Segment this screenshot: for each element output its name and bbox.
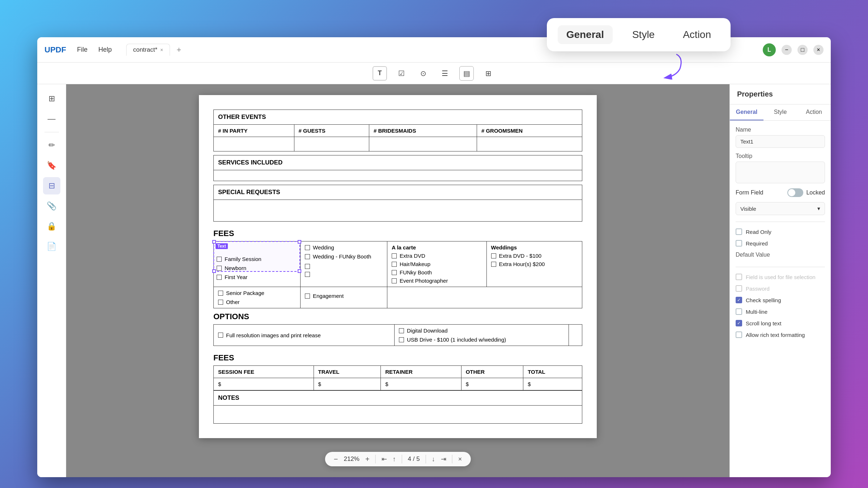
tab-close-btn[interactable]: × bbox=[160, 47, 163, 53]
scroll-long-label: Scroll long text bbox=[746, 320, 781, 326]
read-only-row: Read Only bbox=[736, 228, 825, 235]
checkbox-tool[interactable]: ☑ bbox=[394, 66, 409, 81]
text-field-tool[interactable]: T bbox=[373, 66, 387, 81]
zoom-out-btn[interactable]: − bbox=[334, 455, 338, 463]
document-area[interactable]: OTHER EVENTS # IN PARTY # GUESTS # BRIDE… bbox=[66, 84, 729, 477]
radio-tool[interactable]: ⊙ bbox=[416, 66, 430, 81]
option-empty bbox=[569, 325, 582, 346]
zoom-in-btn[interactable]: + bbox=[365, 455, 370, 463]
option-print[interactable]: Full resolution images and print release bbox=[214, 325, 395, 346]
option-digital[interactable]: Digital Download USB Drive - $100 (1 inc… bbox=[395, 325, 569, 346]
default-value-group: Default Value bbox=[736, 252, 825, 260]
left-sidebar: ⊞ — ✏ 🔖 ⊟ 📎 🔒 📄 ✒ bbox=[37, 84, 66, 477]
toolbar: T ☑ ⊙ ☰ ▤ ⊞ bbox=[37, 63, 831, 84]
right-panel: Properties General Style Action Name Too… bbox=[729, 84, 831, 477]
sidebar-annotate[interactable]: ✏ bbox=[43, 137, 60, 154]
notes-header: NOTES bbox=[214, 391, 582, 406]
allow-rich-label: Allow rich text formatting bbox=[746, 332, 805, 338]
text-field-badge: Text bbox=[216, 243, 228, 249]
form-field-row: Form Field Locked bbox=[736, 188, 825, 197]
menu-help[interactable]: Help bbox=[98, 46, 112, 53]
tab-contract[interactable]: contract* × bbox=[126, 44, 170, 56]
page-current: 4 / 5 bbox=[408, 455, 420, 463]
file-selection-checkbox[interactable] bbox=[736, 274, 742, 280]
tooltip-field-group: Tooltip bbox=[736, 153, 825, 183]
nav-first-btn[interactable]: ⇤ bbox=[382, 455, 387, 463]
scroll-long-row: ✓ Scroll long text bbox=[736, 320, 825, 326]
locked-toggle[interactable] bbox=[787, 188, 803, 197]
required-checkbox[interactable] bbox=[736, 240, 742, 247]
total-val[interactable]: $ bbox=[523, 378, 582, 390]
notes-val bbox=[214, 406, 582, 424]
scroll-long-checkbox[interactable]: ✓ bbox=[736, 320, 742, 326]
allow-rich-checkbox[interactable] bbox=[736, 331, 742, 338]
read-only-checkbox[interactable] bbox=[736, 228, 742, 235]
nav-last-btn[interactable]: ⇥ bbox=[441, 455, 446, 463]
zoom-value: 212% bbox=[344, 455, 359, 463]
sidebar-attachment[interactable]: 📎 bbox=[43, 197, 60, 215]
tab-style[interactable]: Style bbox=[763, 104, 797, 120]
session-fee-val[interactable]: $ bbox=[214, 378, 314, 390]
retainer-val[interactable]: $ bbox=[381, 378, 461, 390]
panel-header: Properties bbox=[730, 84, 831, 104]
checkbox-row2[interactable]: Senior Package Other bbox=[214, 287, 301, 308]
maximize-btn[interactable]: □ bbox=[797, 45, 808, 55]
tab-action[interactable]: Action bbox=[797, 104, 831, 120]
panel-body: Name Tooltip Form Field Locked bbox=[730, 121, 831, 344]
popup-tab-action[interactable]: Action bbox=[674, 25, 720, 44]
floating-popup: General Style Action bbox=[547, 18, 731, 51]
file-selection-row: Field is used for file selection bbox=[736, 274, 825, 280]
checkbox-alacarte: A la carte Extra DVD Hair/Makeup FUNky B… bbox=[387, 241, 487, 287]
menu-file[interactable]: File bbox=[77, 46, 88, 53]
chevron-down-icon: ▾ bbox=[817, 205, 820, 212]
bridesmaids-val bbox=[369, 137, 477, 151]
nav-prev-btn[interactable]: ↑ bbox=[393, 455, 396, 463]
checkbox-engagement[interactable]: Engagement bbox=[301, 287, 387, 308]
minimize-btn[interactable]: − bbox=[782, 45, 792, 55]
total-header: TOTAL bbox=[523, 366, 582, 378]
popup-tab-style[interactable]: Style bbox=[624, 25, 663, 44]
checkbox-weddings: Weddings Extra DVD - $100 Extra Hour(s) … bbox=[486, 241, 582, 287]
password-checkbox[interactable] bbox=[736, 285, 742, 292]
close-btn[interactable]: × bbox=[813, 45, 824, 55]
required-label: Required bbox=[746, 240, 768, 247]
sidebar-security[interactable]: 🔒 bbox=[43, 218, 60, 235]
tooltip-input[interactable] bbox=[736, 162, 825, 183]
tab-bar: contract* × + bbox=[126, 44, 185, 56]
panel-tabs: General Style Action bbox=[730, 104, 831, 121]
check-spelling-checkbox[interactable]: ✓ bbox=[736, 297, 742, 303]
dropdown-tool[interactable]: ▤ bbox=[459, 66, 474, 81]
other-val[interactable]: $ bbox=[461, 378, 523, 390]
alacarte-label: A la carte bbox=[392, 244, 482, 251]
sidebar-bookmark[interactable]: 🔖 bbox=[43, 157, 60, 174]
toolbar-divider-1 bbox=[375, 455, 376, 463]
popup-tab-general[interactable]: General bbox=[558, 25, 613, 44]
name-label: Name bbox=[736, 127, 825, 133]
travel-val[interactable]: $ bbox=[314, 378, 381, 390]
user-avatar: L bbox=[763, 43, 776, 56]
toolbar-close-btn[interactable]: × bbox=[458, 455, 462, 463]
visible-select[interactable]: Visible ▾ bbox=[736, 202, 825, 215]
guests-col: # GUESTS bbox=[294, 125, 369, 137]
sidebar-form[interactable]: ⊟ bbox=[43, 177, 60, 194]
nav-next-btn[interactable]: ↓ bbox=[432, 455, 435, 463]
toolbar-divider-3 bbox=[426, 455, 426, 463]
fees-section-heading: FEES bbox=[213, 353, 582, 363]
list-tool[interactable]: ☰ bbox=[438, 66, 452, 81]
checkbox-wedding[interactable]: Wedding Wedding - FUNky Booth bbox=[301, 241, 387, 287]
section-divider-2 bbox=[736, 267, 825, 267]
window-controls: L − □ × bbox=[763, 43, 824, 56]
bottom-toolbar: − 212% + ⇤ ↑ 4 / 5 ↓ ⇥ × bbox=[325, 452, 471, 466]
sidebar-zoom[interactable]: — bbox=[43, 110, 60, 128]
sidebar-thumbnail[interactable]: ⊞ bbox=[43, 90, 60, 107]
section-divider-1 bbox=[736, 222, 825, 222]
multi-line-row: Multi-line bbox=[736, 308, 825, 315]
multi-line-checkbox[interactable] bbox=[736, 308, 742, 315]
services-val bbox=[214, 170, 582, 181]
name-input[interactable] bbox=[736, 135, 825, 148]
tab-add-btn[interactable]: + bbox=[173, 44, 185, 56]
tab-general[interactable]: General bbox=[730, 104, 763, 120]
sidebar-pages[interactable]: 📄 bbox=[43, 238, 60, 255]
button-tool[interactable]: ⊞ bbox=[481, 66, 495, 81]
in-party-val bbox=[214, 137, 294, 151]
